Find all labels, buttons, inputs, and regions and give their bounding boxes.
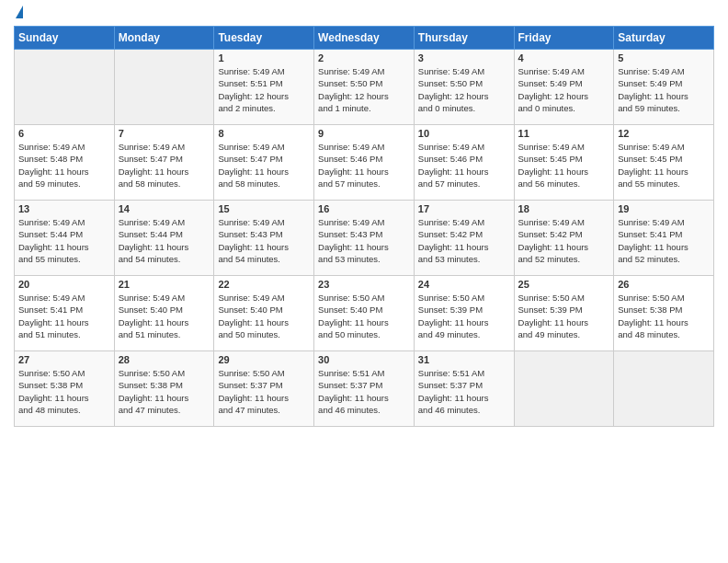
calendar-header: SundayMondayTuesdayWednesdayThursdayFrid… [15, 27, 714, 50]
day-info: Sunrise: 5:49 AM Sunset: 5:45 PM Dayligh… [618, 141, 710, 190]
day-number: 4 [518, 52, 610, 63]
header-row: SundayMondayTuesdayWednesdayThursdayFrid… [15, 27, 714, 50]
calendar-cell: 23Sunrise: 5:50 AM Sunset: 5:40 PM Dayli… [314, 276, 415, 351]
calendar-cell: 2Sunrise: 5:49 AM Sunset: 5:50 PM Daylig… [314, 50, 415, 125]
calendar-cell: 1Sunrise: 5:49 AM Sunset: 5:51 PM Daylig… [214, 50, 314, 125]
day-of-week-header: Monday [114, 27, 214, 50]
day-number: 25 [518, 279, 610, 290]
day-number: 27 [18, 354, 110, 365]
day-info: Sunrise: 5:49 AM Sunset: 5:42 PM Dayligh… [418, 216, 510, 265]
page-container: SundayMondayTuesdayWednesdayThursdayFrid… [0, 0, 728, 431]
calendar-week-row: 1Sunrise: 5:49 AM Sunset: 5:51 PM Daylig… [15, 50, 714, 125]
day-info: Sunrise: 5:49 AM Sunset: 5:51 PM Dayligh… [218, 65, 310, 114]
calendar-cell: 13Sunrise: 5:49 AM Sunset: 5:44 PM Dayli… [15, 201, 115, 276]
day-of-week-header: Wednesday [314, 27, 415, 50]
day-of-week-header: Sunday [15, 27, 115, 50]
calendar-cell: 6Sunrise: 5:49 AM Sunset: 5:48 PM Daylig… [15, 125, 115, 201]
day-number: 15 [218, 203, 310, 214]
calendar-cell: 15Sunrise: 5:49 AM Sunset: 5:43 PM Dayli… [214, 201, 314, 276]
calendar-cell [15, 50, 115, 125]
day-number: 2 [318, 52, 410, 63]
day-number: 10 [418, 128, 510, 139]
calendar-cell: 14Sunrise: 5:49 AM Sunset: 5:44 PM Dayli… [114, 201, 214, 276]
day-info: Sunrise: 5:50 AM Sunset: 5:39 PM Dayligh… [518, 292, 610, 340]
day-info: Sunrise: 5:50 AM Sunset: 5:38 PM Dayligh… [119, 367, 210, 416]
logo [14, 9, 23, 18]
day-number: 9 [318, 128, 410, 139]
day-info: Sunrise: 5:49 AM Sunset: 5:42 PM Dayligh… [518, 216, 610, 265]
day-info: Sunrise: 5:51 AM Sunset: 5:37 PM Dayligh… [318, 367, 410, 416]
day-number: 13 [18, 203, 110, 214]
calendar-week-row: 13Sunrise: 5:49 AM Sunset: 5:44 PM Dayli… [15, 201, 714, 276]
calendar-body: 1Sunrise: 5:49 AM Sunset: 5:51 PM Daylig… [15, 50, 714, 427]
calendar-cell: 24Sunrise: 5:50 AM Sunset: 5:39 PM Dayli… [414, 276, 514, 351]
day-number: 31 [418, 354, 510, 365]
day-number: 29 [218, 354, 310, 365]
day-number: 22 [218, 279, 310, 290]
day-number: 19 [618, 203, 710, 214]
day-of-week-header: Saturday [614, 27, 714, 50]
day-info: Sunrise: 5:50 AM Sunset: 5:38 PM Dayligh… [618, 292, 710, 340]
day-info: Sunrise: 5:49 AM Sunset: 5:46 PM Dayligh… [418, 141, 510, 190]
day-number: 24 [418, 279, 510, 290]
calendar-cell: 10Sunrise: 5:49 AM Sunset: 5:46 PM Dayli… [414, 125, 514, 201]
calendar-cell: 3Sunrise: 5:49 AM Sunset: 5:50 PM Daylig… [414, 50, 514, 125]
day-info: Sunrise: 5:49 AM Sunset: 5:40 PM Dayligh… [119, 292, 210, 340]
day-info: Sunrise: 5:50 AM Sunset: 5:40 PM Dayligh… [318, 292, 410, 340]
logo-icon [16, 6, 23, 18]
day-number: 1 [218, 52, 310, 63]
day-number: 11 [518, 128, 610, 139]
calendar-cell [514, 351, 614, 427]
day-number: 12 [618, 128, 710, 139]
day-info: Sunrise: 5:49 AM Sunset: 5:49 PM Dayligh… [518, 65, 610, 114]
day-number: 5 [618, 52, 710, 63]
day-number: 6 [18, 128, 110, 139]
day-info: Sunrise: 5:49 AM Sunset: 5:44 PM Dayligh… [119, 216, 210, 265]
day-info: Sunrise: 5:49 AM Sunset: 5:48 PM Dayligh… [18, 141, 110, 190]
day-number: 7 [119, 128, 210, 139]
calendar-cell: 9Sunrise: 5:49 AM Sunset: 5:46 PM Daylig… [314, 125, 415, 201]
calendar-cell: 4Sunrise: 5:49 AM Sunset: 5:49 PM Daylig… [514, 50, 614, 125]
day-number: 20 [18, 279, 110, 290]
day-info: Sunrise: 5:49 AM Sunset: 5:44 PM Dayligh… [18, 216, 110, 265]
day-info: Sunrise: 5:49 AM Sunset: 5:47 PM Dayligh… [119, 141, 210, 190]
day-number: 3 [418, 52, 510, 63]
logo-text [14, 9, 23, 18]
day-info: Sunrise: 5:50 AM Sunset: 5:38 PM Dayligh… [18, 367, 110, 416]
calendar-cell: 21Sunrise: 5:49 AM Sunset: 5:40 PM Dayli… [114, 276, 214, 351]
day-number: 14 [119, 203, 210, 214]
calendar-cell: 31Sunrise: 5:51 AM Sunset: 5:37 PM Dayli… [414, 351, 514, 427]
day-info: Sunrise: 5:49 AM Sunset: 5:50 PM Dayligh… [318, 65, 410, 114]
day-number: 26 [618, 279, 710, 290]
day-number: 18 [518, 203, 610, 214]
calendar-cell: 26Sunrise: 5:50 AM Sunset: 5:38 PM Dayli… [614, 276, 714, 351]
day-info: Sunrise: 5:49 AM Sunset: 5:47 PM Dayligh… [218, 141, 310, 190]
calendar-cell: 29Sunrise: 5:50 AM Sunset: 5:37 PM Dayli… [214, 351, 314, 427]
day-info: Sunrise: 5:49 AM Sunset: 5:40 PM Dayligh… [218, 292, 310, 340]
day-number: 23 [318, 279, 410, 290]
day-of-week-header: Tuesday [214, 27, 314, 50]
day-number: 21 [119, 279, 210, 290]
day-info: Sunrise: 5:49 AM Sunset: 5:45 PM Dayligh… [518, 141, 610, 190]
calendar-cell: 27Sunrise: 5:50 AM Sunset: 5:38 PM Dayli… [15, 351, 115, 427]
day-info: Sunrise: 5:49 AM Sunset: 5:43 PM Dayligh… [218, 216, 310, 265]
day-number: 28 [119, 354, 210, 365]
day-of-week-header: Thursday [414, 27, 514, 50]
calendar-cell: 11Sunrise: 5:49 AM Sunset: 5:45 PM Dayli… [514, 125, 614, 201]
calendar-cell: 12Sunrise: 5:49 AM Sunset: 5:45 PM Dayli… [614, 125, 714, 201]
day-number: 17 [418, 203, 510, 214]
day-number: 30 [318, 354, 410, 365]
calendar-cell: 28Sunrise: 5:50 AM Sunset: 5:38 PM Dayli… [114, 351, 214, 427]
calendar-cell: 8Sunrise: 5:49 AM Sunset: 5:47 PM Daylig… [214, 125, 314, 201]
day-number: 16 [318, 203, 410, 214]
calendar-cell: 18Sunrise: 5:49 AM Sunset: 5:42 PM Dayli… [514, 201, 614, 276]
day-info: Sunrise: 5:50 AM Sunset: 5:37 PM Dayligh… [218, 367, 310, 416]
calendar-cell [614, 351, 714, 427]
calendar-table: SundayMondayTuesdayWednesdayThursdayFrid… [14, 26, 714, 427]
calendar-cell [114, 50, 214, 125]
calendar-cell: 22Sunrise: 5:49 AM Sunset: 5:40 PM Dayli… [214, 276, 314, 351]
day-info: Sunrise: 5:51 AM Sunset: 5:37 PM Dayligh… [418, 367, 510, 416]
day-info: Sunrise: 5:49 AM Sunset: 5:49 PM Dayligh… [618, 65, 710, 114]
calendar-week-row: 6Sunrise: 5:49 AM Sunset: 5:48 PM Daylig… [15, 125, 714, 201]
calendar-cell: 7Sunrise: 5:49 AM Sunset: 5:47 PM Daylig… [114, 125, 214, 201]
